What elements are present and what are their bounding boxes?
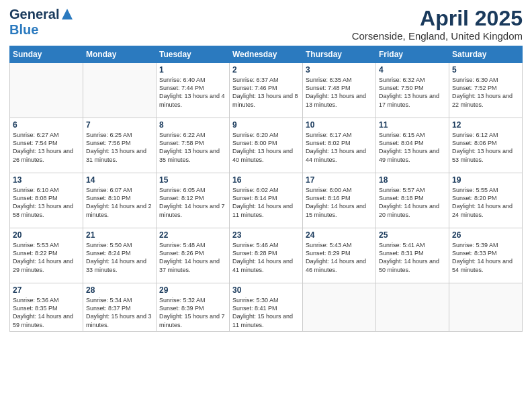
page-subtitle: Corsenside, England, United Kingdom — [352, 30, 523, 42]
day-info: Sunrise: 5:55 AM Sunset: 8:20 PM Dayligh… — [452, 186, 519, 219]
day-info: Sunrise: 5:41 AM Sunset: 8:31 PM Dayligh… — [379, 241, 446, 274]
day-number: 16 — [232, 175, 300, 185]
calendar-cell: 1Sunrise: 6:40 AM Sunset: 7:44 PM Daylig… — [157, 63, 230, 118]
calendar-week-row: 27Sunrise: 5:36 AM Sunset: 8:35 PM Dayli… — [10, 283, 523, 332]
calendar-cell: 8Sunrise: 6:22 AM Sunset: 7:58 PM Daylig… — [157, 118, 230, 173]
day-number: 17 — [306, 175, 373, 185]
day-number: 19 — [452, 175, 519, 185]
calendar-cell: 23Sunrise: 5:46 AM Sunset: 8:28 PM Dayli… — [230, 228, 303, 283]
day-info: Sunrise: 5:46 AM Sunset: 8:28 PM Dayligh… — [232, 241, 300, 274]
calendar-cell: 24Sunrise: 5:43 AM Sunset: 8:29 PM Dayli… — [303, 228, 376, 283]
calendar-header-row: SundayMondayTuesdayWednesdayThursdayFrid… — [10, 46, 523, 63]
day-number: 21 — [86, 230, 153, 240]
weekday-header-wednesday: Wednesday — [230, 46, 303, 63]
calendar-cell — [449, 283, 523, 332]
page: General Blue April 2025 Corsenside, Engl… — [0, 0, 532, 411]
day-number: 3 — [306, 65, 373, 75]
calendar-week-row: 13Sunrise: 6:10 AM Sunset: 8:08 PM Dayli… — [10, 173, 523, 228]
day-number: 13 — [13, 175, 80, 185]
calendar-table: SundayMondayTuesdayWednesdayThursdayFrid… — [9, 46, 523, 332]
day-number: 26 — [452, 230, 519, 240]
calendar-cell: 9Sunrise: 6:20 AM Sunset: 8:00 PM Daylig… — [230, 118, 303, 173]
calendar-cell: 22Sunrise: 5:48 AM Sunset: 8:26 PM Dayli… — [157, 228, 230, 283]
calendar-cell — [376, 283, 449, 332]
calendar-cell: 29Sunrise: 5:32 AM Sunset: 8:39 PM Dayli… — [157, 283, 230, 332]
calendar-cell: 18Sunrise: 5:57 AM Sunset: 8:18 PM Dayli… — [376, 173, 449, 228]
calendar-week-row: 6Sunrise: 6:27 AM Sunset: 7:54 PM Daylig… — [10, 118, 523, 173]
day-info: Sunrise: 6:15 AM Sunset: 8:04 PM Dayligh… — [379, 131, 446, 164]
calendar-week-row: 1Sunrise: 6:40 AM Sunset: 7:44 PM Daylig… — [10, 63, 523, 118]
calendar-cell: 16Sunrise: 6:02 AM Sunset: 8:14 PM Dayli… — [230, 173, 303, 228]
calendar-cell: 19Sunrise: 5:55 AM Sunset: 8:20 PM Dayli… — [449, 173, 523, 228]
day-number: 23 — [232, 230, 300, 240]
day-info: Sunrise: 6:35 AM Sunset: 7:48 PM Dayligh… — [306, 76, 373, 109]
day-info: Sunrise: 6:27 AM Sunset: 7:54 PM Dayligh… — [13, 131, 80, 164]
day-info: Sunrise: 5:36 AM Sunset: 8:35 PM Dayligh… — [13, 296, 80, 329]
weekday-header-tuesday: Tuesday — [157, 46, 230, 63]
day-number: 2 — [232, 65, 300, 75]
day-info: Sunrise: 6:10 AM Sunset: 8:08 PM Dayligh… — [13, 186, 80, 219]
calendar-cell: 17Sunrise: 6:00 AM Sunset: 8:16 PM Dayli… — [303, 173, 376, 228]
logo-icon — [60, 7, 74, 21]
weekday-header-monday: Monday — [83, 46, 157, 63]
weekday-header-thursday: Thursday — [303, 46, 376, 63]
header: General Blue April 2025 Corsenside, Engl… — [9, 7, 523, 42]
calendar-cell — [83, 63, 157, 118]
day-number: 20 — [13, 230, 80, 240]
day-info: Sunrise: 5:43 AM Sunset: 8:29 PM Dayligh… — [306, 241, 373, 274]
day-info: Sunrise: 5:48 AM Sunset: 8:26 PM Dayligh… — [159, 241, 226, 274]
calendar-cell: 2Sunrise: 6:37 AM Sunset: 7:46 PM Daylig… — [230, 63, 303, 118]
calendar-cell — [10, 63, 83, 118]
day-number: 25 — [379, 230, 446, 240]
calendar-cell: 27Sunrise: 5:36 AM Sunset: 8:35 PM Dayli… — [10, 283, 83, 332]
day-number: 12 — [452, 120, 519, 130]
day-info: Sunrise: 6:20 AM Sunset: 8:00 PM Dayligh… — [232, 131, 300, 164]
day-number: 9 — [232, 120, 300, 130]
calendar-cell: 30Sunrise: 5:30 AM Sunset: 8:41 PM Dayli… — [230, 283, 303, 332]
day-number: 11 — [379, 120, 446, 130]
svg-marker-0 — [62, 9, 73, 19]
calendar-cell: 21Sunrise: 5:50 AM Sunset: 8:24 PM Dayli… — [83, 228, 157, 283]
day-info: Sunrise: 5:50 AM Sunset: 8:24 PM Dayligh… — [86, 241, 153, 274]
calendar-cell: 7Sunrise: 6:25 AM Sunset: 7:56 PM Daylig… — [83, 118, 157, 173]
day-info: Sunrise: 6:25 AM Sunset: 7:56 PM Dayligh… — [86, 131, 153, 164]
day-info: Sunrise: 5:57 AM Sunset: 8:18 PM Dayligh… — [379, 186, 446, 219]
calendar-cell: 20Sunrise: 5:53 AM Sunset: 8:22 PM Dayli… — [10, 228, 83, 283]
calendar-cell: 4Sunrise: 6:32 AM Sunset: 7:50 PM Daylig… — [376, 63, 449, 118]
day-number: 29 — [159, 285, 226, 295]
calendar-cell: 26Sunrise: 5:39 AM Sunset: 8:33 PM Dayli… — [449, 228, 523, 283]
day-info: Sunrise: 5:32 AM Sunset: 8:39 PM Dayligh… — [159, 296, 226, 329]
day-info: Sunrise: 5:53 AM Sunset: 8:22 PM Dayligh… — [13, 241, 80, 274]
page-title: April 2025 — [352, 7, 523, 30]
calendar-cell: 13Sunrise: 6:10 AM Sunset: 8:08 PM Dayli… — [10, 173, 83, 228]
day-number: 15 — [159, 175, 226, 185]
logo-blue-text: Blue — [9, 22, 38, 37]
logo: General Blue — [9, 7, 74, 38]
day-info: Sunrise: 6:40 AM Sunset: 7:44 PM Dayligh… — [159, 76, 226, 109]
day-number: 14 — [86, 175, 153, 185]
day-info: Sunrise: 5:30 AM Sunset: 8:41 PM Dayligh… — [232, 296, 300, 329]
day-number: 22 — [159, 230, 226, 240]
day-number: 6 — [13, 120, 80, 130]
day-number: 18 — [379, 175, 446, 185]
day-info: Sunrise: 6:30 AM Sunset: 7:52 PM Dayligh… — [452, 76, 519, 109]
day-number: 10 — [306, 120, 373, 130]
day-number: 7 — [86, 120, 153, 130]
calendar-week-row: 20Sunrise: 5:53 AM Sunset: 8:22 PM Dayli… — [10, 228, 523, 283]
weekday-header-sunday: Sunday — [10, 46, 83, 63]
day-number: 28 — [86, 285, 153, 295]
day-number: 24 — [306, 230, 373, 240]
calendar-cell: 25Sunrise: 5:41 AM Sunset: 8:31 PM Dayli… — [376, 228, 449, 283]
calendar-cell: 3Sunrise: 6:35 AM Sunset: 7:48 PM Daylig… — [303, 63, 376, 118]
day-info: Sunrise: 6:02 AM Sunset: 8:14 PM Dayligh… — [232, 186, 300, 219]
calendar-cell: 10Sunrise: 6:17 AM Sunset: 8:02 PM Dayli… — [303, 118, 376, 173]
day-info: Sunrise: 6:00 AM Sunset: 8:16 PM Dayligh… — [306, 186, 373, 219]
day-info: Sunrise: 6:05 AM Sunset: 8:12 PM Dayligh… — [159, 186, 226, 219]
day-number: 30 — [232, 285, 300, 295]
day-info: Sunrise: 6:17 AM Sunset: 8:02 PM Dayligh… — [306, 131, 373, 164]
calendar-cell: 14Sunrise: 6:07 AM Sunset: 8:10 PM Dayli… — [83, 173, 157, 228]
day-number: 8 — [159, 120, 226, 130]
header-right: April 2025 Corsenside, England, United K… — [352, 7, 523, 42]
day-info: Sunrise: 6:12 AM Sunset: 8:06 PM Dayligh… — [452, 131, 519, 164]
day-number: 4 — [379, 65, 446, 75]
